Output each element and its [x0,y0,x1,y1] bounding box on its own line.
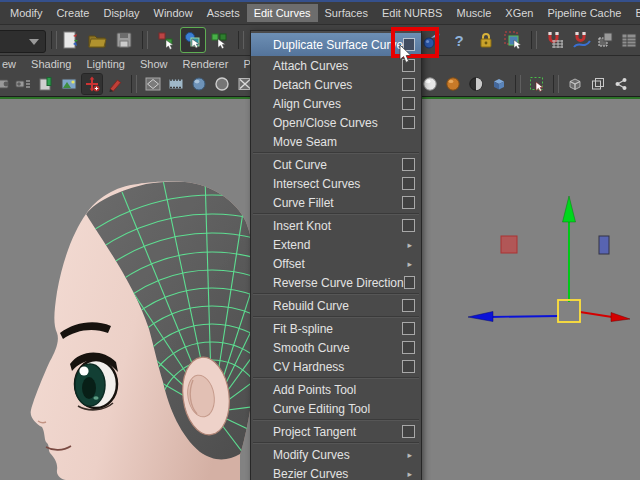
toolbar-grip[interactable] [131,75,137,93]
menu-surfaces[interactable]: Surfaces [318,4,375,22]
input-output-connections-icon[interactable] [617,28,640,52]
menu-pipeline-cache[interactable]: Pipeline Cache [540,4,628,22]
move-manipulator[interactable] [468,196,630,322]
highlight-selection-icon[interactable] [501,28,525,52]
question-glyph: ? [454,32,463,49]
menu-item-rebuild-curve[interactable]: Rebuild Curve [251,296,421,315]
select-object-icon[interactable] [181,28,205,52]
menu-modify[interactable]: Modify [3,4,49,22]
menu-item-bezier-curves[interactable]: Bezier Curves▸ [251,464,421,480]
axis-z-handle[interactable] [468,312,558,322]
option-box[interactable] [402,299,415,312]
snap-to-curves-icon[interactable] [570,28,594,52]
film-gate-icon[interactable] [166,74,186,94]
panel-menu-shading[interactable]: Shading [31,58,80,70]
option-box[interactable] [402,158,415,171]
axis-x-handle[interactable] [580,312,630,322]
option-box[interactable] [402,78,415,91]
select-hierarchy-icon[interactable] [154,28,178,52]
camera-icon[interactable] [0,74,10,94]
option-box[interactable] [402,425,415,438]
help-icon[interactable]: ? [447,28,471,52]
menu-display[interactable]: Display [96,4,146,22]
menu-item-reverse-curve-direction[interactable]: Reverse Curve Direction [251,273,421,292]
menu-item-align-curves[interactable]: Align Curves [251,94,421,113]
toolbar-grip[interactable] [553,75,559,93]
isolate-select-icon[interactable] [527,74,547,94]
menu-item-fit-b-spline[interactable]: Fit B-spline [251,319,421,338]
axis-y-handle[interactable] [563,196,576,302]
node-connections-icon[interactable] [611,74,631,94]
lock-icon[interactable] [474,28,498,52]
smooth-shade-sphere-icon[interactable] [420,74,440,94]
menu-item-detach-curves[interactable]: Detach Curves [251,75,421,94]
textured-sphere-icon[interactable] [443,74,463,94]
menu-item-curve-editing-tool[interactable]: Curve Editing Tool [251,399,421,418]
menu-item-offset[interactable]: Offset▸ [251,254,421,273]
select-component-icon[interactable] [208,28,232,52]
menu-item-cv-hardness[interactable]: CV Hardness [251,357,421,376]
menu-item-insert-knot[interactable]: Insert Knot [251,216,421,235]
bookmark-icon[interactable] [36,74,56,94]
toolbar-grip[interactable] [515,75,521,93]
half-shade-sphere-icon[interactable] [466,74,486,94]
menu-bifrost[interactable]: Bifro [628,4,640,22]
menu-item-modify-curves[interactable]: Modify Curves▸ [251,445,421,464]
default-material-icon[interactable] [212,74,232,94]
menu-item-attach-curves[interactable]: Attach Curves [251,56,421,75]
center-handle[interactable] [558,300,580,322]
multi-pane-icon[interactable] [588,74,608,94]
panel-menu-lighting[interactable]: Lighting [86,58,134,70]
toolbar-grip[interactable] [531,31,537,49]
menu-item-move-seam[interactable]: Move Seam [251,132,421,151]
option-box[interactable] [402,322,415,335]
panel-menu-renderer[interactable]: Renderer [183,58,238,70]
wireframe-icon[interactable] [143,74,163,94]
plane-handle-red[interactable] [501,236,517,253]
menu-item-intersect-curves[interactable]: Intersect Curves [251,174,421,193]
cloth-cube-icon[interactable] [489,74,509,94]
panel-menu-view[interactable]: ew [2,58,25,70]
menu-separator [253,316,419,318]
menu-set-dropdown[interactable] [0,30,46,53]
menu-edit-curves[interactable]: Edit Curves [247,4,318,22]
pencil-icon[interactable] [105,74,125,94]
file-open-icon[interactable] [85,28,109,52]
menu-assets[interactable]: Assets [200,4,247,22]
toolbar-grip[interactable] [51,31,57,49]
camera-attributes-icon[interactable] [13,74,33,94]
toolbar-grip[interactable] [142,31,148,49]
menu-item-extend[interactable]: Extend▸ [251,235,421,254]
menu-edit-nurbs[interactable]: Edit NURBS [375,4,450,22]
toolbar-grip[interactable] [238,31,244,49]
menu-window[interactable]: Window [147,4,200,22]
menu-item-open-close-curves[interactable]: Open/Close Curves [251,113,421,132]
menu-item-smooth-curve[interactable]: Smooth Curve [251,338,421,357]
cube-outline-icon[interactable] [565,74,585,94]
option-box[interactable] [402,196,415,209]
image-plane-icon[interactable] [59,74,79,94]
option-box[interactable] [404,276,415,289]
file-new-icon[interactable] [58,28,82,52]
menu-item-curve-fillet[interactable]: Curve Fillet [251,193,421,212]
file-save-icon[interactable] [112,28,136,52]
menu-item-add-points-tool[interactable]: Add Points Tool [251,380,421,399]
menu-muscle[interactable]: Muscle [449,4,498,22]
menu-create[interactable]: Create [49,4,96,22]
option-box[interactable] [402,341,415,354]
option-box[interactable] [402,116,415,129]
make-live-icon[interactable] [597,28,614,52]
option-box[interactable] [402,219,415,232]
panel-menu-show[interactable]: Show [140,58,177,70]
edit-curves-menu: Duplicate Surface Curve Attach Curves De… [250,30,422,480]
plane-handle-blue[interactable] [599,236,609,254]
menu-xgen[interactable]: XGen [498,4,540,22]
shaded-sphere-icon[interactable] [189,74,209,94]
snap-to-grids-icon[interactable] [543,28,567,52]
move-tool-icon[interactable] [82,74,102,94]
option-box[interactable] [402,97,415,110]
menu-item-cut-curve[interactable]: Cut Curve [251,155,421,174]
option-box[interactable] [402,360,415,373]
option-box[interactable] [402,177,415,190]
menu-item-project-tangent[interactable]: Project Tangent [251,422,421,441]
